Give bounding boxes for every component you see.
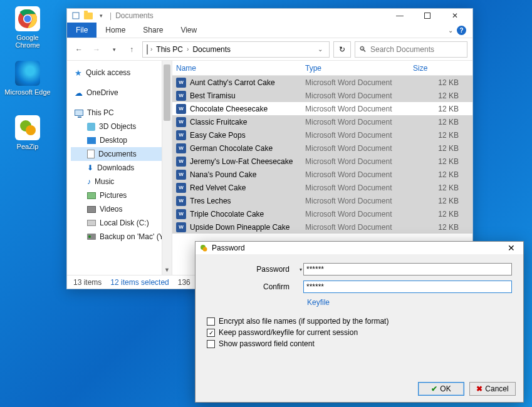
status-item-count: 13 items xyxy=(73,278,102,287)
svg-point-3 xyxy=(24,16,31,23)
document-icon xyxy=(87,150,95,158)
sidebar-item-downloads[interactable]: ⬇Downloads xyxy=(71,161,172,175)
checkbox-encrypt-filenames[interactable]: Encrypt also file names (if supported by… xyxy=(207,317,512,326)
file-type: Microsoft Word Document xyxy=(305,118,413,126)
nav-up-button[interactable]: ↑ xyxy=(125,43,138,56)
svg-rect-6 xyxy=(73,13,79,19)
file-type: Microsoft Word Document xyxy=(305,157,413,166)
file-row[interactable]: WTres LechesMicrosoft Word Document12 KB xyxy=(172,194,472,207)
file-name: Upside Down Pineapple Cake xyxy=(190,223,305,232)
chevron-right-icon[interactable]: › xyxy=(187,46,189,53)
nav-back-button[interactable]: ← xyxy=(72,43,86,56)
window-maximize-button[interactable] xyxy=(414,9,441,23)
password-label: Password xyxy=(207,265,298,274)
ribbon: File Home Share View ⌄ ? xyxy=(67,23,472,38)
scroll-thumb[interactable] xyxy=(164,64,170,121)
qat-properties-icon[interactable] xyxy=(71,11,81,21)
ribbon-expand-icon[interactable]: ⌄ xyxy=(448,27,453,34)
column-name[interactable]: Name xyxy=(176,64,305,73)
file-size: 12 KB xyxy=(413,223,472,232)
checkbox-show-password[interactable]: Show password field content xyxy=(207,339,512,348)
window-close-button[interactable]: ✕ xyxy=(441,9,469,23)
file-name: Chocolate Cheesecake xyxy=(190,105,305,113)
window-minimize-button[interactable]: — xyxy=(386,9,414,23)
sidebar-item-thispc[interactable]: This PC xyxy=(71,106,172,120)
password-input[interactable] xyxy=(303,263,512,276)
dialog-close-button[interactable]: ✕ xyxy=(503,242,519,254)
disk-icon xyxy=(87,220,96,226)
qat-dropdown-icon[interactable]: ▾ xyxy=(96,11,106,21)
file-row[interactable]: WGerman Chocolate CakeMicrosoft Word Doc… xyxy=(172,142,472,155)
sidebar-label: Local Disk (C:) xyxy=(100,219,149,227)
file-size: 12 KB xyxy=(413,118,472,126)
file-size: 12 KB xyxy=(413,170,472,179)
sidebar-item-onedrive[interactable]: ☁OneDrive xyxy=(71,86,172,100)
title-separator: | xyxy=(110,11,112,20)
breadcrumb-thispc[interactable]: This PC xyxy=(155,45,184,54)
file-row[interactable]: WNana's Pound CakeMicrosoft Word Documen… xyxy=(172,168,472,181)
ok-button[interactable]: ✔OK xyxy=(418,382,464,396)
desktop-icon-edge[interactable]: Microsoft Edge xyxy=(4,61,51,96)
peazip-small-icon xyxy=(199,244,208,252)
svg-point-5 xyxy=(26,125,36,135)
search-box[interactable]: 🔍︎ Search Documents xyxy=(355,41,467,58)
chevron-right-icon[interactable]: › xyxy=(150,46,152,53)
checkbox-keep-session[interactable]: ✓ Keep password/keyfile for current sess… xyxy=(207,328,512,337)
file-row[interactable]: WJeremy's Low-Fat CheesecakeMicrosoft Wo… xyxy=(172,155,472,168)
window-titlebar[interactable]: ▾ | Documents — ✕ xyxy=(67,9,472,23)
address-dropdown-icon[interactable]: ⌄ xyxy=(318,46,323,53)
sidebar-item-documents[interactable]: Documents xyxy=(71,147,172,161)
sidebar-item-pictures[interactable]: Pictures xyxy=(71,188,172,202)
file-row[interactable]: WBest TiramisuMicrosoft Word Document12 … xyxy=(172,89,472,102)
checkbox-icon xyxy=(207,317,215,326)
file-row[interactable]: WAunt Cathy's Carrot CakeMicrosoft Word … xyxy=(172,76,472,89)
cancel-button[interactable]: ✖Cancel xyxy=(469,382,516,396)
file-row[interactable]: WTriple Chocolate CakeMicrosoft Word Doc… xyxy=(172,207,472,220)
ribbon-tab-home[interactable]: Home xyxy=(96,23,134,38)
sidebar-item-desktop[interactable]: Desktop xyxy=(71,133,172,147)
column-type[interactable]: Type xyxy=(305,64,413,73)
column-headers[interactable]: Name Type Size xyxy=(172,61,472,76)
file-row[interactable]: WClassic FruitcakeMicrosoft Word Documen… xyxy=(172,115,472,128)
file-row[interactable]: WUpside Down Pineapple CakeMicrosoft Wor… xyxy=(172,220,472,234)
password-dropdown-icon[interactable]: ▾ xyxy=(298,267,303,272)
file-type: Microsoft Word Document xyxy=(305,105,413,113)
sidebar-label: Documents xyxy=(98,150,137,158)
sidebar-item-localdisk[interactable]: Local Disk (C:) xyxy=(71,216,172,230)
sidebar-item-3dobjects[interactable]: 3D Objects xyxy=(71,120,172,133)
address-bar[interactable]: › This PC › Documents ⌄ xyxy=(142,41,330,58)
qat-newfolder-icon[interactable] xyxy=(83,11,93,21)
dialog-titlebar[interactable]: Password ✕ xyxy=(196,242,523,254)
file-type: Microsoft Word Document xyxy=(305,223,413,232)
ribbon-tab-view[interactable]: View xyxy=(172,23,206,38)
dialog-title: Password xyxy=(212,244,245,252)
sidebar-item-backup[interactable]: Backup on 'Mac' (Y:) xyxy=(71,230,172,244)
breadcrumb-documents[interactable]: Documents xyxy=(191,45,232,54)
confirm-input[interactable] xyxy=(303,281,512,293)
scroll-down-icon[interactable]: ▼ xyxy=(162,265,172,275)
sidebar-item-videos[interactable]: Videos xyxy=(71,202,172,216)
star-icon: ★ xyxy=(75,68,82,78)
desktop-icon-chrome[interactable]: Google Chrome xyxy=(4,6,51,49)
button-label: Cancel xyxy=(485,384,508,393)
help-icon[interactable]: ? xyxy=(457,26,466,35)
ribbon-tab-file[interactable]: File xyxy=(67,23,96,38)
nav-recent-dropdown[interactable]: ▾ xyxy=(107,43,121,56)
desktop-icon-peazip[interactable]: PeaZip xyxy=(4,115,51,150)
sidebar-scrollbar[interactable]: ▲ ▼ xyxy=(162,61,172,275)
file-size: 12 KB xyxy=(413,91,472,100)
column-size[interactable]: Size xyxy=(413,64,472,73)
navigation-pane[interactable]: ★Quick access ☁OneDrive This PC 3D Objec… xyxy=(67,61,172,275)
file-row[interactable]: WEasy Cake PopsMicrosoft Word Document12… xyxy=(172,128,472,142)
sidebar-item-music[interactable]: ♪Music xyxy=(71,175,172,188)
keyfile-link[interactable]: Keyfile xyxy=(307,298,512,307)
sidebar-item-quickaccess[interactable]: ★Quick access xyxy=(71,66,172,80)
file-row[interactable]: WRed Velvet CakeMicrosoft Word Document1… xyxy=(172,181,472,194)
search-placeholder: Search Documents xyxy=(370,45,434,54)
nav-forward-button[interactable]: → xyxy=(90,43,103,56)
ribbon-tab-share[interactable]: Share xyxy=(134,23,172,38)
refresh-button[interactable]: ↻ xyxy=(333,41,351,58)
desktop-icon xyxy=(87,137,96,144)
file-name: Jeremy's Low-Fat Cheesecake xyxy=(190,157,305,166)
file-row[interactable]: WChocolate CheesecakeMicrosoft Word Docu… xyxy=(172,102,472,115)
